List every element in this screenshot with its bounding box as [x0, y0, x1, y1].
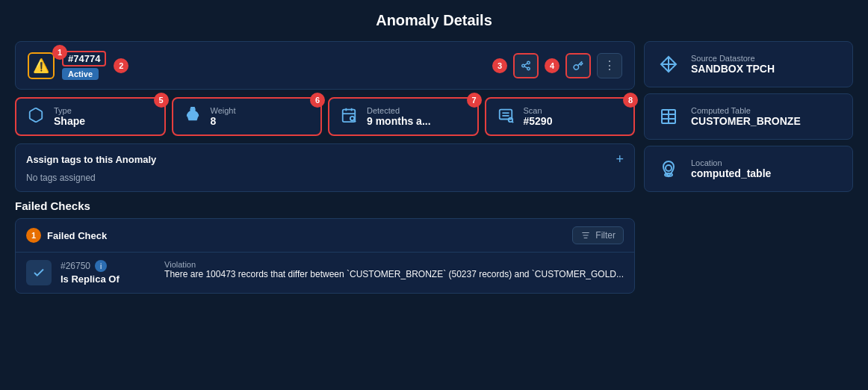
anomaly-id-section: 1 ⚠️ #74774 Active 2 — [28, 51, 128, 80]
warning-icon: ⚠️ — [28, 52, 55, 79]
warning-symbol: ⚠️ — [33, 58, 49, 74]
computed-table-value: CUSTOMER_BRONZE — [691, 115, 801, 127]
metric-badge-7: 7 — [467, 93, 482, 108]
check-details: #26750 i Is Replica Of — [61, 260, 155, 285]
svg-point-27 — [666, 165, 672, 171]
svg-point-2 — [527, 67, 530, 70]
more-button[interactable]: ⋮ — [597, 53, 622, 78]
tags-empty-text: No tags assigned — [26, 173, 96, 183]
anomaly-id: #74774 — [62, 51, 106, 66]
anomaly-actions: 3 4 — [492, 53, 622, 78]
anomaly-status: Active — [62, 68, 99, 80]
metrics-row: Type Shape 5 — [15, 97, 635, 136]
detected-label: Detected — [367, 106, 431, 115]
failed-check-count: 1 — [26, 228, 41, 243]
weight-content: Weight 8 — [211, 106, 236, 127]
svg-rect-6 — [187, 115, 198, 117]
badge-1: 1 — [52, 45, 67, 60]
computed-table-label: Computed Table — [691, 106, 801, 115]
weight-value: 8 — [211, 115, 236, 127]
svg-point-1 — [522, 64, 525, 67]
location-icon — [655, 155, 682, 182]
check-id-row: #26750 i — [61, 260, 155, 272]
type-value: Shape — [54, 115, 85, 127]
metric-type: Type Shape 5 — [15, 97, 166, 136]
table-icon — [655, 103, 682, 130]
anomaly-header: 1 ⚠️ #74774 Active 2 3 — [15, 41, 635, 90]
svg-point-11 — [350, 116, 355, 120]
detected-content: Detected 9 months a... — [367, 106, 431, 127]
check-row-icon — [26, 260, 52, 285]
metric-badge-6: 6 — [310, 93, 325, 108]
source-datastore-card: Source Datastore SANDBOX TPCH — [644, 41, 853, 87]
failed-check-label: 1 Failed Check — [26, 228, 107, 243]
failed-checks-header: 1 Failed Check Filter — [16, 219, 634, 253]
detected-icon — [338, 107, 359, 127]
tags-section: Assign tags to this Anomaly + No tags as… — [15, 143, 635, 192]
weight-icon — [182, 107, 203, 127]
location-content: Location computed_table — [691, 158, 771, 179]
detected-value: 9 months a... — [367, 115, 431, 127]
location-label: Location — [691, 158, 771, 167]
key-button[interactable] — [565, 53, 591, 78]
violation-section: Violation There are 100473 records that … — [164, 260, 624, 279]
failed-checks-card: 1 Failed Check Filter — [15, 218, 635, 294]
failed-check-header-text: Failed Check — [47, 230, 107, 241]
svg-point-0 — [527, 61, 530, 64]
weight-label: Weight — [211, 106, 236, 115]
badge-4: 4 — [545, 58, 559, 73]
tags-header: Assign tags to this Anomaly + — [26, 152, 624, 167]
metric-badge-8: 8 — [623, 93, 638, 108]
source-datastore-content: Source Datastore SANDBOX TPCH — [691, 54, 775, 75]
svg-line-4 — [524, 63, 527, 64]
info-badge: i — [95, 260, 107, 272]
more-dots-icon: ⋮ — [604, 58, 616, 72]
failed-checks-section: Failed Checks 1 Failed Check — [15, 199, 635, 294]
svg-line-3 — [524, 66, 527, 67]
scan-value: #5290 — [524, 115, 553, 127]
left-panel: 1 ⚠️ #74774 Active 2 3 — [15, 41, 635, 294]
scan-icon — [495, 107, 516, 127]
source-datastore-label: Source Datastore — [691, 54, 775, 63]
right-panel: Source Datastore SANDBOX TPCH Computed T… — [644, 41, 853, 294]
scan-content: Scan #5290 — [524, 106, 553, 127]
anomaly-id-badge: #74774 Active — [62, 51, 106, 80]
metric-weight: Weight 8 6 — [172, 97, 323, 136]
violation-label: Violation — [164, 260, 624, 269]
svg-line-17 — [512, 121, 512, 122]
check-id: #26750 — [61, 261, 90, 271]
snowflake-icon — [655, 51, 682, 78]
tags-title: Assign tags to this Anomaly — [26, 154, 156, 165]
location-card: Location computed_table — [644, 146, 853, 192]
location-value: computed_table — [691, 167, 771, 179]
badge-2: 2 — [114, 58, 128, 73]
type-label: Type — [54, 106, 85, 115]
source-datastore-value: SANDBOX TPCH — [691, 63, 775, 75]
tags-add-button[interactable]: + — [616, 152, 624, 167]
svg-point-16 — [508, 117, 512, 122]
failed-checks-title: Failed Checks — [15, 199, 635, 212]
filter-button[interactable]: Filter — [572, 226, 624, 244]
metric-badge-5: 5 — [154, 93, 169, 108]
share-button[interactable] — [513, 53, 539, 78]
metric-scan: Scan #5290 8 — [485, 97, 636, 136]
svg-line-12 — [354, 120, 356, 122]
metric-detected: Detected 9 months a... 7 — [328, 97, 479, 136]
type-content: Type Shape — [54, 106, 85, 127]
computed-table-content: Computed Table CUSTOMER_BRONZE — [691, 106, 801, 127]
page-title: Anomaly Details — [15, 12, 853, 29]
filter-label: Filter — [595, 230, 616, 241]
computed-table-card: Computed Table CUSTOMER_BRONZE — [644, 93, 853, 140]
scan-label: Scan — [524, 106, 553, 115]
failed-check-row: #26750 i Is Replica Of Violation There a… — [16, 253, 634, 293]
violation-text: There are 100473 records that differ bet… — [164, 269, 624, 279]
check-name: Is Replica Of — [61, 273, 155, 285]
badge-3: 3 — [492, 58, 507, 73]
type-icon — [25, 107, 46, 127]
